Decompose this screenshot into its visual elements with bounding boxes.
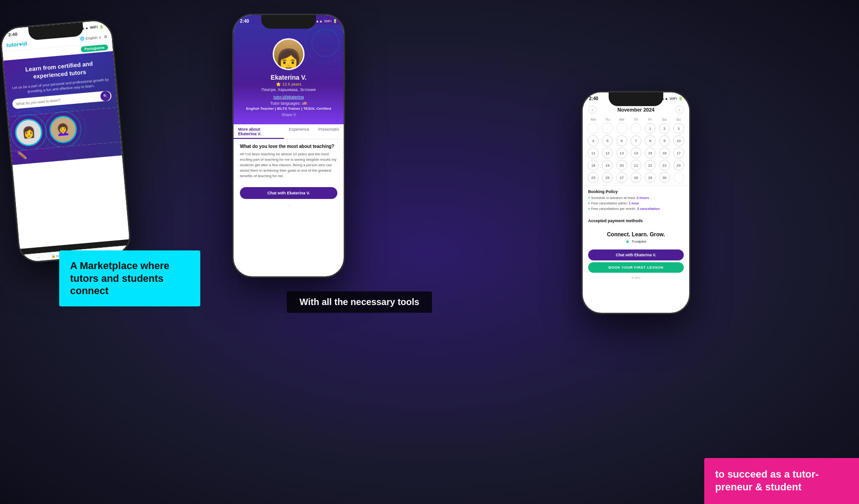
calendar-day[interactable]: 6 [616,135,627,146]
calendar-day[interactable]: 29 [645,172,656,183]
calendar-grid: Mo Tu We Th Fr Sa Su 1234567891011121314… [583,117,689,185]
profile-link[interactable]: tutor.id/ekaterina [274,95,304,99]
calendar-day[interactable]: 16 [659,148,670,158]
policy-bullet-1: • [588,196,590,200]
share-label: Share [281,112,292,117]
right-footer: ♦ tutor [583,274,689,281]
calendar-day[interactable]: 19 [602,160,613,171]
day-tu: Tu [600,117,615,122]
wifi-icon-right: WiFi [670,97,677,101]
search-button[interactable]: 🔍 [100,91,111,102]
chat-button-center[interactable]: Chat with Ekaterina V. [240,187,337,199]
calendar-day[interactable]: 20 [616,160,627,171]
day-fr: Fr [643,117,657,122]
tutor-logo: tutor●id [6,41,27,49]
status-icons-right: ▲▲ WiFi 🔋 [661,97,683,101]
policy-item-3: • Free cancellations per month: 3 cancel… [588,207,684,211]
tutor-avatar-2: 👩‍🦱 [48,115,78,144]
calendar-day[interactable]: 30 [659,172,670,183]
connect-text: Connect. Learn. Grow. [586,231,686,238]
policy-bullet-3: • [588,207,590,211]
tab-experience[interactable]: Experience [284,124,314,139]
tutor-card-2[interactable]: 👩‍🦱 [48,115,78,144]
calendar-day[interactable]: 4 [588,135,599,146]
phone-left-screen: 2:40 ▲▲▲ WiFi 🔋 tutor●id 🌐 English ∨ ≡ P [0,20,129,249]
policy-text-2: Free cancellation within: 1 hour [591,201,639,205]
share-icon: ⎘ [294,112,296,117]
tab-presentation[interactable]: Presentatio [314,124,344,139]
tab-about[interactable]: More about Ekaterina V. [234,124,284,139]
tutor-card-1[interactable]: 👩 [14,118,44,148]
calendar-day[interactable]: 28 [630,172,641,183]
calendar-days-header: Mo Tu We Th Fr Sa Su [586,117,686,122]
profile-content: What do you love the most about teaching… [234,139,344,183]
phone-left: 2:40 ▲▲▲ WiFi 🔋 tutor●id 🌐 English ∨ ≡ P [0,18,132,264]
profile-share[interactable]: Share ⎘ [243,112,335,117]
calendar-day[interactable]: 23 [659,160,670,171]
chat-button-right[interactable]: Chat with Ekaterina V. [588,249,684,260]
day-su: Su [671,117,686,122]
language-button[interactable]: 🌐 English ∨ [80,35,101,41]
pencil-icon: ✏️ [17,151,28,161]
hero-section: Learn from certified and experienced tut… [3,51,118,117]
calendar-day[interactable]: 1 [645,123,656,134]
policy-item-1: • Schedule in advance at least: 2 hours [588,196,684,200]
svg-point-1 [305,25,344,63]
calendar-day[interactable]: 22 [645,160,656,171]
search-input[interactable] [12,92,101,109]
phone-right: 2:40 ▲▲ WiFi 🔋 ‹ November 2024 › Mo Tu W… [581,91,691,314]
calendar-day[interactable]: 2 [659,123,670,134]
profile-rating: ⭐ 13.5 years [243,82,335,87]
policy-item-2: • Free cancellation within: 1 hour [588,201,684,206]
calendar-day[interactable]: 25 [588,172,599,183]
calendar-day[interactable]: 10 [673,135,684,146]
calendar-day[interactable]: 24 [673,160,684,171]
profile-location: Пеатри, Харьюмаа, Эстония [243,87,335,92]
calendar-day[interactable]: 8 [645,135,656,146]
logo-id: id [22,41,27,47]
calendar-day[interactable]: 7 [630,135,641,146]
calendar-day[interactable]: 5 [602,135,613,146]
tutor-profile-header: 👩 Ekaterina V. ⭐ 13.5 years Пеатри, Харь… [234,25,344,124]
center-footer: ⌒ [234,203,344,211]
phone-notch-right [609,92,663,106]
avatar-emoji: 👩 [275,50,302,69]
calendar-day [616,123,627,134]
calendar-day[interactable]: 11 [588,148,599,158]
battery-icon-center: 🔋 [333,19,337,23]
logo-tutor: tutor [6,41,19,48]
calendar-day[interactable]: 21 [630,160,641,171]
hamburger-icon[interactable]: ≡ [104,33,107,40]
policy-highlight-2: 1 hour [629,201,639,205]
calendar-prev[interactable]: ‹ [588,106,596,114]
policy-highlight-1: 2 hours [637,196,649,200]
status-time-left: 2:40 [8,31,18,37]
payment-section: Accepted payment methods [583,216,689,228]
profile-lang: Tutor languages: 🇺🇸 [243,101,335,106]
book-button[interactable]: BOOK YOUR FIRST LESSON [588,262,684,273]
calendar-day[interactable]: 27 [616,172,627,183]
calendar-day [588,123,599,134]
svg-point-0 [312,29,339,56]
calendar-days-grid: 1234567891011121314151617181920212223242… [586,122,686,183]
lang-active-pill[interactable]: Portuguese [81,44,108,52]
calendar-day[interactable]: 14 [630,148,641,158]
connect-banner: Connect. Learn. Grow. ★ Trustpilot [583,228,689,248]
browser-tabs[interactable]: ⊞ [123,248,126,249]
calendar-day [602,123,613,134]
calendar-day[interactable]: 12 [602,148,613,158]
calendar-day[interactable]: 18 [588,160,599,171]
calendar-day[interactable]: 26 [602,172,613,183]
battery-icon: 🔋 [99,25,104,29]
svg-point-2 [298,25,344,70]
calendar-day[interactable]: 17 [673,148,684,158]
avatar-face-center: 👩 [274,40,303,69]
calendar-next[interactable]: › [676,106,684,114]
wifi-icon: WiFi [90,25,98,30]
calendar-day[interactable]: 13 [616,148,627,158]
browser-bar: ‹ › 🔒 tutor.id ↻ ⬆ 📖 ⊞ [20,245,129,249]
calendar-day[interactable]: 9 [659,135,670,146]
tutor-avatar-1: 👩 [14,118,44,148]
calendar-day[interactable]: 15 [645,148,656,158]
calendar-day[interactable]: 3 [673,123,684,134]
